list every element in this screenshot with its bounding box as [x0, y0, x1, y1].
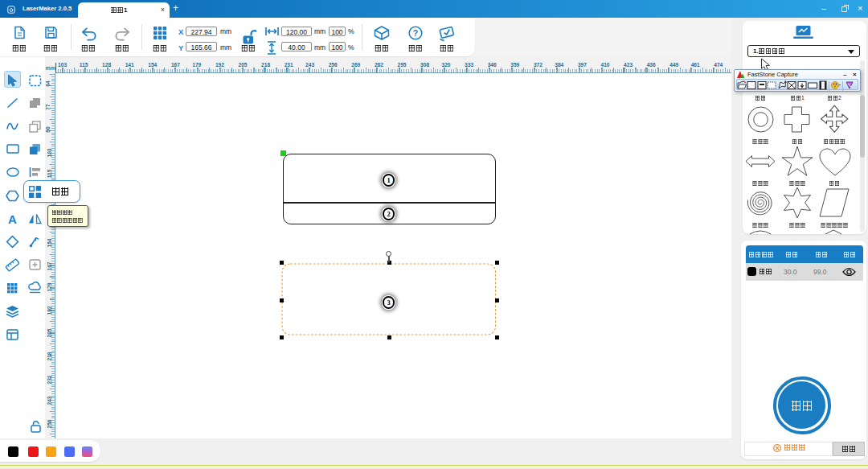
svg-text:A: A	[8, 212, 17, 226]
svg-text:?: ?	[413, 28, 418, 38]
